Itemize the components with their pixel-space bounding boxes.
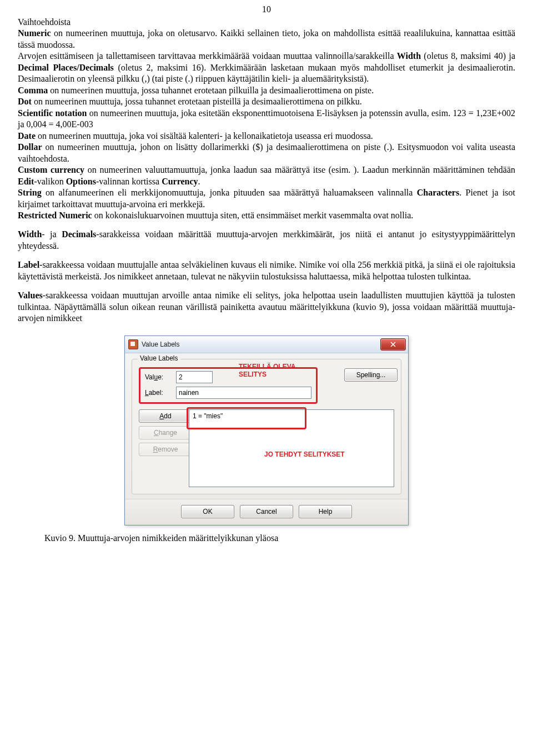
- cancel-button[interactable]: Cancel: [240, 505, 293, 518]
- page-number: 10: [18, 0, 515, 17]
- paragraph: Width- ja Decimals-sarakkeissa voidaan m…: [18, 229, 515, 252]
- close-button[interactable]: [380, 338, 406, 351]
- paragraph: Dollar on numeerinen muuttuja, johon on …: [18, 142, 515, 164]
- label-input[interactable]: nainen: [176, 387, 311, 399]
- value-field-label: Value:: [145, 373, 172, 381]
- close-icon: [390, 342, 396, 347]
- dialog-titlebar: Value Labels: [125, 336, 408, 353]
- paragraph: Dot on numeerinen muuttuja, jossa tuhann…: [18, 96, 515, 107]
- spelling-button[interactable]: Spelling...: [344, 368, 398, 382]
- paragraph: Label-sarakkeessa voidaan muuttujalle an…: [18, 259, 515, 282]
- label-field-label: Label:: [145, 389, 172, 397]
- paragraph: String on alfanumeerinen eli merkkijonom…: [18, 187, 515, 210]
- document-body: Vaihtoehdoista Numeric on numeerinen muu…: [18, 17, 515, 324]
- dialog-title: Value Labels: [142, 341, 380, 348]
- paragraph: Numeric on numeerinen muuttuja, joka on …: [18, 28, 515, 51]
- groupbox-label: Value Labels: [138, 354, 180, 362]
- value-input[interactable]: 2: [176, 371, 213, 383]
- dialog-footer: OK Cancel Help: [125, 499, 408, 525]
- remove-button[interactable]: Remove: [139, 443, 192, 456]
- paragraph: Arvojen esittämiseen ja tallettamiseen t…: [18, 51, 515, 84]
- paragraph: Custom currency on numeerinen valuuttamu…: [18, 164, 515, 187]
- value-labels-dialog: Value Labels Value Labels TEKEILLÄ OLEVA…: [124, 336, 409, 525]
- paragraph: Comma on numeerinen muuttuja, jossa tuha…: [18, 85, 515, 96]
- labels-listbox[interactable]: 1 = "mies": [189, 409, 394, 487]
- value-labels-group: Value Labels TEKEILLÄ OLEVA SELITYS Valu…: [132, 359, 401, 494]
- ok-button[interactable]: OK: [181, 505, 234, 518]
- paragraph: Vaihtoehdoista: [18, 17, 515, 28]
- help-button[interactable]: Help: [299, 505, 352, 518]
- list-item[interactable]: 1 = "mies": [193, 412, 390, 420]
- paragraph: Date on numeerinen muuttuja, joka voi si…: [18, 131, 515, 142]
- paragraph: Scientific notation on numeerinen muuttu…: [18, 108, 515, 131]
- paragraph: Restricted Numeric on kokonaislukuarvoin…: [18, 210, 515, 221]
- paragraph: Values-sarakkeessa voidaan muuttujan arv…: [18, 290, 515, 324]
- figure-caption: Kuvio 9. Muuttuja-arvojen nimikkeiden mä…: [18, 533, 515, 543]
- add-button[interactable]: Add: [139, 409, 192, 423]
- app-icon: [128, 339, 138, 349]
- change-button[interactable]: Change: [139, 426, 192, 439]
